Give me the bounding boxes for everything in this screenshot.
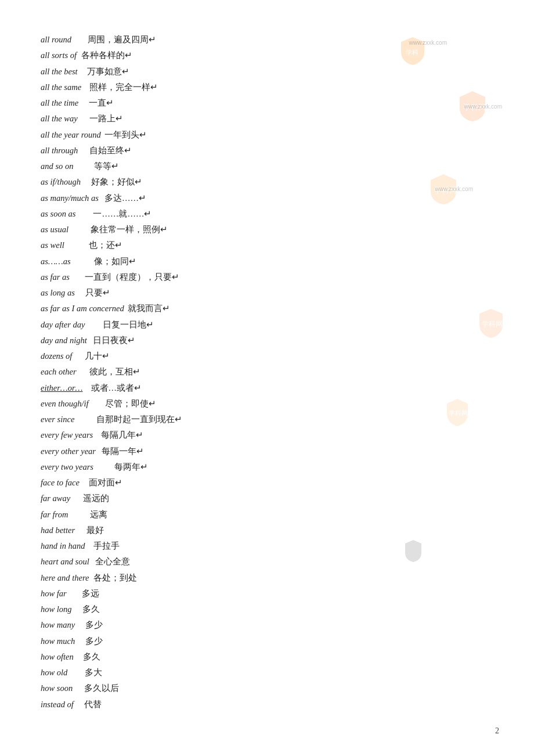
- list-item: how long多久: [41, 602, 493, 617]
- list-item: how soon多久以后: [41, 681, 493, 696]
- list-item: all the time一直↵: [41, 95, 493, 111]
- vocabulary-list: all round周围，遍及四周↵ all sorts of各种各样的↵ all…: [41, 32, 493, 712]
- list-item: how much多少: [41, 633, 493, 649]
- list-item: as……as像；如同↵: [41, 254, 493, 269]
- list-item: all the way一路上↵: [41, 111, 493, 127]
- list-item: had better最好: [41, 523, 493, 538]
- list-item: as usual象往常一样，照例↵: [41, 222, 493, 237]
- list-item: day after day日复一日地↵: [41, 317, 493, 333]
- list-item: as long as只要↵: [41, 285, 493, 301]
- list-item: all round周围，遍及四周↵: [41, 32, 493, 48]
- page-number: 2: [495, 726, 499, 736]
- list-item: all sorts of各种各样的↵: [41, 48, 493, 63]
- list-item: all the same照样，完全一样↵: [41, 80, 493, 95]
- list-item: as far as一直到（程度），只要↵: [41, 269, 493, 285]
- list-item: and so on等等↵: [41, 159, 493, 174]
- list-item: how often多久: [41, 649, 493, 665]
- list-item: each other彼此，互相↵: [41, 364, 493, 380]
- list-item: far away遥远的: [41, 491, 493, 506]
- list-item: every few years每隔几年↵: [41, 427, 493, 443]
- list-item: face to face面对面↵: [41, 475, 493, 491]
- list-item: every other year每隔一年↵: [41, 444, 493, 459]
- list-item: as soon as一……就……↵: [41, 206, 493, 222]
- list-item: all through自始至终↵: [41, 143, 493, 159]
- list-item: even though/if尽管；即使↵: [41, 396, 493, 412]
- list-item: far from远离: [41, 507, 493, 523]
- list-item: all the best万事如意↵: [41, 64, 493, 80]
- list-item: as far as I am concerned就我而言↵: [41, 301, 493, 316]
- list-item: how many多少: [41, 617, 493, 633]
- list-item: as well也；还↵: [41, 237, 493, 253]
- list-item: here and there各处；到处: [41, 570, 493, 586]
- list-item: dozens of几十↵: [41, 348, 493, 364]
- list-item: instead of代替: [41, 697, 493, 712]
- list-item: day and night日日夜夜↵: [41, 333, 493, 348]
- list-item: hand in hand手拉手: [41, 538, 493, 554]
- list-item: all the year round一年到头↵: [41, 127, 493, 143]
- list-item: every two years每两年↵: [41, 459, 493, 475]
- list-item: how far多远: [41, 586, 493, 602]
- list-item: heart and soul全心全意: [41, 554, 493, 570]
- list-item: how old多大: [41, 665, 493, 681]
- list-item: either…or…或者…或者↵: [41, 380, 493, 396]
- list-item: ever since自那时起一直到现在↵: [41, 412, 493, 427]
- list-item: as if/though好象；好似↵: [41, 174, 493, 190]
- list-item: as many/much as多达……↵: [41, 190, 493, 206]
